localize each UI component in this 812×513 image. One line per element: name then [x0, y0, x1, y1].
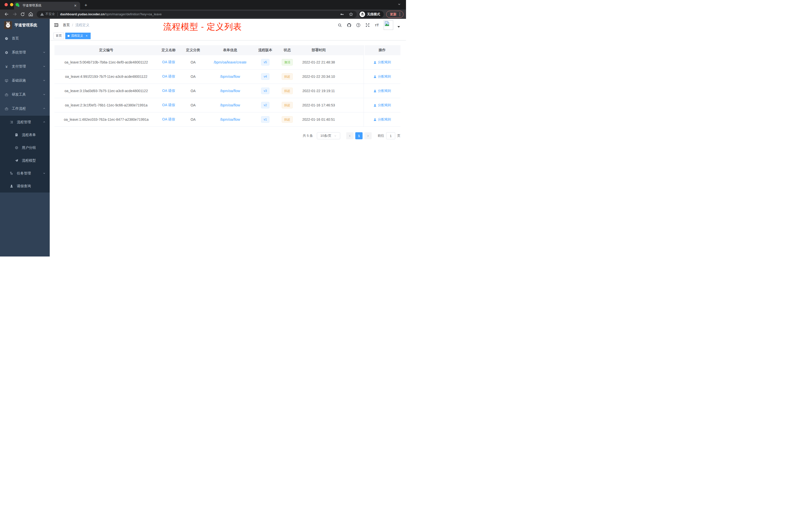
back-icon[interactable] — [3, 11, 10, 18]
definition-id: oa_leave:4:991f2193-7b7f-11ec-a3c8-acde4… — [55, 74, 158, 79]
definition-name-link[interactable]: OA 请假 — [162, 117, 175, 121]
version-badge: v3 — [261, 88, 269, 94]
definition-name-link[interactable]: OA 请假 — [162, 103, 175, 107]
sidebar-item-system[interactable]: 系统管理 — [0, 46, 50, 59]
assign-rule-button[interactable]: 分配规则 — [373, 89, 391, 93]
definition-name-link[interactable]: OA 请假 — [162, 60, 175, 64]
minimize-window-button[interactable] — [10, 3, 13, 6]
sidebar-item-process-model[interactable]: 流程模型 — [0, 154, 50, 167]
form-link[interactable]: /bpm/oa/flow — [220, 89, 240, 93]
definition-name-link[interactable]: OA 请假 — [162, 89, 175, 93]
status-badge: 挂起 — [282, 102, 293, 109]
sidebar-item-label: 基础设施 — [12, 78, 26, 83]
page-unit-label: 页 — [397, 133, 401, 138]
chevron-down-icon — [43, 93, 46, 97]
close-window-button[interactable] — [4, 3, 8, 6]
column-header: 定义名称 — [158, 48, 179, 53]
github-icon[interactable] — [347, 23, 351, 28]
page-size-value: 10条/页 — [320, 133, 331, 138]
home-icon[interactable] — [27, 11, 34, 18]
sidebar-item-task-management[interactable]: 任务管理 — [0, 167, 50, 180]
assign-rule-button[interactable]: 分配规则 — [373, 117, 391, 122]
sidebar-item-process-form[interactable]: 流程表单 — [0, 128, 50, 141]
prev-page-button[interactable] — [346, 132, 353, 139]
form-link[interactable]: /bpm/oa/flow — [220, 74, 240, 79]
version-badge: v1 — [261, 116, 269, 123]
sidebar-item-label: 首页 — [12, 36, 19, 41]
screen: 芋道管理系统 ✕ + 不安全 dashboard.yudao.iocoder.c… — [0, 0, 406, 256]
deploy-time: 2022-01-22 19:19:11 — [297, 89, 340, 93]
sidebar-item-payment[interactable]: ¥ 支付管理 — [0, 59, 50, 73]
incognito-icon — [359, 11, 365, 17]
sidebar-logo[interactable]: 芋道管理系统 — [0, 19, 50, 31]
browser-menu-dots-icon[interactable] — [399, 12, 401, 16]
tag-home[interactable]: 首页 — [54, 33, 64, 39]
column-header: 状态 — [277, 48, 297, 53]
fullscreen-icon[interactable] — [365, 23, 370, 28]
tag-close-icon[interactable]: × — [85, 34, 88, 38]
tree-icon — [10, 172, 13, 175]
logo-rabbit-avatar — [4, 21, 12, 29]
user-avatar-broken-image[interactable] — [384, 20, 393, 30]
definition-id: oa_leave:1:482ec033-762a-11ec-8477-a2380… — [55, 117, 158, 121]
user-icon — [373, 75, 377, 78]
update-label: 更新 — [390, 12, 397, 17]
avatar-dropdown-caret-icon[interactable] — [398, 26, 400, 28]
definition-category: OA — [179, 103, 207, 107]
sidebar-item-user-group[interactable]: 用户分组 — [0, 141, 50, 154]
update-button[interactable]: 更新 — [386, 11, 404, 18]
sidebar-item-infrastructure[interactable]: 基础设施 — [0, 73, 50, 88]
content-area: 定义编号 定义名称 定义分类 表单信息 流程版本 状态 部署时间 操作 oa_l… — [50, 40, 406, 139]
tag-process-definition[interactable]: 流程定义 × — [65, 33, 91, 39]
browser-tabstrip: 芋道管理系统 ✕ + — [0, 0, 406, 9]
password-key-icon[interactable] — [340, 12, 344, 17]
help-icon[interactable] — [356, 23, 361, 28]
status-badge: 挂起 — [282, 88, 293, 94]
browser-tab[interactable]: 芋道管理系统 ✕ — [14, 2, 80, 9]
form-link[interactable]: /bpm/oa/leave/create — [214, 60, 246, 64]
tab-title: 芋道管理系统 — [23, 3, 73, 8]
deploy-time: 2022-01-16 01:40:51 — [297, 117, 340, 121]
breadcrumb-home[interactable]: 首页 — [63, 23, 70, 27]
security-warning-label[interactable]: 不安全 — [46, 12, 55, 16]
sidebar-item-process-management[interactable]: 流程管理 — [0, 116, 50, 128]
assign-rule-button[interactable]: 分配规则 — [373, 60, 391, 64]
user-icon — [373, 118, 377, 121]
forward-icon[interactable] — [11, 11, 18, 18]
sidebar-item-label: 系统管理 — [12, 50, 26, 55]
sidebar-item-workflow[interactable]: 工作流程 — [0, 102, 50, 116]
definition-name-link[interactable]: OA 请假 — [162, 74, 175, 78]
sidebar-item-label: 用户分组 — [22, 146, 36, 150]
collapse-sidebar-icon[interactable] — [54, 23, 59, 28]
column-header: 流程版本 — [253, 48, 277, 53]
workflow-submenu: 流程管理 流程表单 用户分组 — [0, 116, 50, 192]
list-icon — [10, 120, 13, 124]
reload-icon[interactable] — [19, 11, 26, 18]
assign-rule-button[interactable]: 分配规则 — [373, 74, 391, 79]
form-link[interactable]: /bpm/oa/flow — [220, 103, 240, 107]
chevron-down-icon — [43, 64, 46, 68]
sidebar-item-home[interactable]: 首页 — [0, 31, 50, 46]
annotation-title: 流程模型 - 定义列表 — [163, 21, 242, 33]
user-icon — [373, 89, 377, 93]
page-jump-input[interactable] — [386, 132, 395, 139]
bookmark-star-icon[interactable] — [349, 12, 353, 17]
font-size-icon[interactable]: тT — [374, 23, 379, 28]
url-bar[interactable]: 不安全 dashboard.yudao.iocoder.cn/bpm/manag… — [37, 11, 357, 18]
form-link[interactable]: /bpm/oa/flow — [220, 117, 240, 121]
zoom-window-button[interactable] — [16, 3, 19, 6]
next-page-button[interactable] — [364, 132, 372, 139]
chevron-up-icon — [43, 107, 46, 111]
search-icon[interactable] — [337, 23, 342, 28]
page-size-select[interactable]: 10条/页 — [317, 132, 340, 139]
tab-search-chevron-icon[interactable] — [398, 2, 401, 7]
chevron-down-icon — [43, 172, 46, 175]
new-tab-button[interactable]: + — [83, 2, 89, 8]
chevron-left-icon — [348, 134, 351, 137]
sidebar-item-leave-query[interactable]: 请假查询 — [0, 180, 50, 192]
definition-category: OA — [179, 117, 207, 121]
tab-close-icon[interactable]: ✕ — [73, 3, 78, 8]
page-number-button[interactable]: 1 — [355, 132, 362, 139]
assign-rule-button[interactable]: 分配规则 — [373, 103, 391, 108]
sidebar-item-dev-tools[interactable]: 研发工具 — [0, 88, 50, 102]
